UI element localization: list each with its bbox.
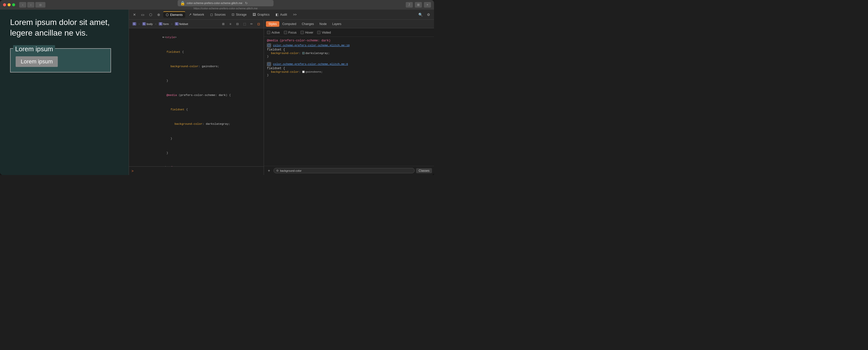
visited-checkbox[interactable] xyxy=(317,31,320,34)
forward-button[interactable]: › xyxy=(27,2,34,7)
layout-grid-tool[interactable]: ⊞ xyxy=(220,21,226,27)
breadcrumb-badge-form: E xyxy=(159,22,162,26)
settings-button[interactable]: ⚙ xyxy=(425,11,432,18)
layers-tool[interactable]: ⬚ xyxy=(242,21,248,27)
inspect-button[interactable]: ⬡ xyxy=(147,11,154,18)
search-button[interactable]: 🔍 xyxy=(417,11,424,18)
code-css-fieldset-dark[interactable]: fieldset { xyxy=(129,103,264,117)
devtools-main: E › E body › E form › xyxy=(129,20,434,175)
rule-body-dark: background-color: darkslategray; xyxy=(267,52,431,55)
tabs-button[interactable]: ⊞ xyxy=(415,2,422,7)
preview-button[interactable]: Lorem ipsum xyxy=(16,56,58,67)
breadcrumb-root[interactable]: E xyxy=(131,22,138,26)
paint-tool[interactable]: ✏ xyxy=(249,21,255,27)
breadcrumb: E › E body › E form › xyxy=(129,20,264,28)
breadcrumb-sep-1: › xyxy=(139,22,140,26)
share-button[interactable]: ⤴ xyxy=(406,2,413,7)
tab-computed[interactable]: Computed xyxy=(280,21,299,27)
close-button[interactable] xyxy=(3,3,6,6)
code-css-close-1[interactable]: } xyxy=(129,74,264,88)
rule-val-base[interactable]: gainsboro xyxy=(305,70,321,74)
rule-prop-dark[interactable]: background-color xyxy=(271,52,299,55)
flexbox-tool[interactable]: ≡ xyxy=(227,21,234,27)
code-style-open[interactable]: ▼<style> xyxy=(129,30,264,45)
filter-icon: ⊙ xyxy=(276,169,279,172)
tab-layers[interactable]: Layers xyxy=(330,21,344,27)
dock-button[interactable]: ▭ xyxy=(139,11,146,18)
color-swatch-base[interactable] xyxy=(302,71,305,73)
console-prompt[interactable]: > xyxy=(131,169,133,173)
state-bar: Active Focus Hover Visited xyxy=(264,28,434,37)
elements-panel: E › E body › E form › xyxy=(129,20,264,175)
state-visited[interactable]: Visited xyxy=(317,31,331,34)
rule-val-dark[interactable]: darkslategray xyxy=(305,52,328,55)
state-hover[interactable]: Hover xyxy=(301,31,313,34)
state-active[interactable]: Active xyxy=(267,31,280,34)
tab-audit[interactable]: ◧ Audit xyxy=(273,11,289,18)
rule-file-base[interactable]: color-scheme-prefers-color-scheme.glitch… xyxy=(273,63,348,66)
code-media-close[interactable]: } xyxy=(129,146,264,160)
rule-source-base: {} color-scheme-prefers-color-scheme.gli… xyxy=(267,62,431,66)
breadcrumb-sep-3: › xyxy=(171,22,172,26)
browser-preview: Lorem ipsum dolor sit amet,legere ancill… xyxy=(0,9,129,175)
code-css-close-dark[interactable]: } xyxy=(129,131,264,146)
breadcrumb-body[interactable]: E body xyxy=(141,22,154,26)
tab-styles[interactable]: Styles xyxy=(266,21,279,27)
active-checkbox[interactable] xyxy=(267,31,270,34)
graphics-tab-label: Graphics xyxy=(257,13,270,17)
url-secure-text: color-scheme-prefers-color-scheme.glitch… xyxy=(187,1,243,4)
breadcrumb-form[interactable]: E form xyxy=(157,22,170,26)
classes-button[interactable]: Classes xyxy=(416,168,432,173)
sources-tab-icon: ◻ xyxy=(210,12,213,17)
code-style-close[interactable]: </style> xyxy=(129,161,264,167)
tab-changes[interactable]: Changes xyxy=(299,21,316,27)
visited-label: Visited xyxy=(322,31,331,34)
select-element-button[interactable]: ⊕ xyxy=(155,11,162,18)
main-content: Lorem ipsum dolor sit amet,legere ancill… xyxy=(0,9,434,175)
add-rule-button[interactable]: + xyxy=(266,168,272,174)
sidebar-toggle[interactable]: ⊡ xyxy=(35,2,45,7)
filter-input[interactable]: ⊙ background-color xyxy=(274,168,414,173)
rule-semi-dark: ; xyxy=(328,52,330,55)
focus-label: Focus xyxy=(288,31,297,34)
tab-sources[interactable]: ◻ Sources xyxy=(208,11,228,18)
url-bar[interactable]: 🔒 color-scheme-prefers-color-scheme.glit… xyxy=(178,0,274,6)
close-devtools-button[interactable]: ✕ xyxy=(131,11,138,18)
rule-close-base: } xyxy=(267,74,431,77)
rule-file-dark[interactable]: color-scheme-prefers-color-scheme.glitch… xyxy=(273,44,350,47)
color-swatch-dark[interactable] xyxy=(302,52,305,54)
focus-checkbox[interactable] xyxy=(284,31,287,34)
refresh-button[interactable]: ↻ xyxy=(245,1,248,5)
maximize-button[interactable] xyxy=(12,3,15,6)
new-tab-button[interactable]: + xyxy=(424,2,431,7)
active-label: Active xyxy=(272,31,280,34)
state-focus[interactable]: Focus xyxy=(284,31,297,34)
console-bar: > xyxy=(129,167,264,175)
graphics-tab-icon: 🖼 xyxy=(253,12,256,17)
code-media-query[interactable]: @media (prefers-color-scheme: dark) { xyxy=(129,88,264,103)
tab-more[interactable]: >> xyxy=(291,12,299,18)
color-scheme-tool[interactable]: ◻ xyxy=(256,21,262,27)
rule-brace-dark: } xyxy=(267,55,269,58)
hover-checkbox[interactable] xyxy=(301,31,304,34)
rule-semi-base: ; xyxy=(321,70,323,74)
minimize-button[interactable] xyxy=(7,3,10,6)
tab-network[interactable]: ↗ Network xyxy=(186,11,207,18)
preview-fieldset: Lorem ipsum Lorem ipsum xyxy=(10,48,111,72)
grid-overlay-tool[interactable]: ⊟ xyxy=(235,21,241,27)
tab-elements[interactable]: ⬡ Elements xyxy=(163,11,185,18)
elements-tab-label: Elements xyxy=(170,13,183,17)
breadcrumb-fieldset[interactable]: E fieldset xyxy=(173,22,190,26)
code-css-fieldset-open[interactable]: fieldset { xyxy=(129,45,264,59)
filter-text[interactable]: background-color xyxy=(280,169,302,172)
tab-graphics[interactable]: 🖼 Graphics xyxy=(250,11,272,18)
tab-storage[interactable]: ⊡ Storage xyxy=(229,11,249,18)
back-button[interactable]: ‹ xyxy=(19,2,26,7)
nav-buttons: ‹ › ⊡ xyxy=(19,2,45,7)
rule-prop-base[interactable]: background-color xyxy=(271,70,299,74)
breadcrumb-label-body: body xyxy=(147,23,153,26)
audit-tab-icon: ◧ xyxy=(276,12,279,17)
tab-node[interactable]: Node xyxy=(317,21,329,27)
code-css-bg-dark[interactable]: background-color: darkslategray; xyxy=(129,117,264,131)
code-css-bg-gainsboro[interactable]: background-color: gainsboro; xyxy=(129,59,264,74)
